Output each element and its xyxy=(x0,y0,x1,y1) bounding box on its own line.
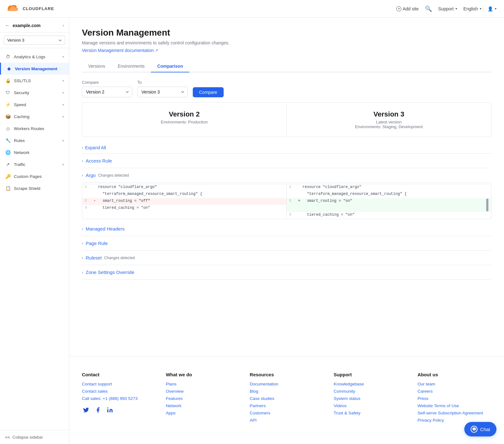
footer-about-title: About us xyxy=(418,372,491,377)
compare-button[interactable]: Compare xyxy=(193,87,224,97)
ruleset-label: Ruleset xyxy=(86,255,102,260)
sidebar-item-scrape-shield[interactable]: 📋 Scrape Shield xyxy=(0,182,69,194)
user-chevron-icon: ▾ xyxy=(495,7,496,10)
footer-link-system-status[interactable]: System status xyxy=(334,396,407,401)
footer-link-customers[interactable]: Customers xyxy=(250,411,324,415)
sidebar-item-network[interactable]: 🌐 Network xyxy=(0,146,69,158)
footer-link-trust-safety[interactable]: Trust & Safety xyxy=(334,411,407,415)
diff-line: 1 resource "cloudflare_argo" xyxy=(287,184,491,191)
sidebar-item-custom-pages[interactable]: 🔑 Custom Pages xyxy=(0,170,69,182)
forward-arrow-icon[interactable]: › xyxy=(63,23,64,28)
sidebar-item-caching[interactable]: 📦 Caching ▾ xyxy=(0,111,69,122)
workers-icon: ◇ xyxy=(5,126,11,131)
section-zone-settings[interactable]: › Zone Settings Override xyxy=(82,265,491,280)
version-select[interactable]: Version 3 Version 2 Version 1 xyxy=(4,36,65,45)
footer-link-case-studies[interactable]: Case studies xyxy=(250,396,324,401)
page-subtitle: Manage versions and environments to safe… xyxy=(82,40,491,45)
sidebar-label-network: Network xyxy=(14,150,30,155)
collapse-sidebar-button[interactable]: «« Collapse sidebar xyxy=(0,430,69,444)
footer-link-call-sales[interactable]: Call sales: +1 (888) 993 5273 xyxy=(82,396,156,401)
footer-link-features[interactable]: Features xyxy=(166,396,239,401)
footer-link-videos[interactable]: Videos xyxy=(334,403,407,408)
language-button[interactable]: English ▾ xyxy=(463,6,481,11)
footer-link-community[interactable]: Community xyxy=(334,389,407,394)
add-site-button[interactable]: + Add site xyxy=(396,6,419,11)
security-icon: 🛡 xyxy=(5,90,11,95)
content-area: Version Management Manage versions and e… xyxy=(69,18,504,356)
footer-contact: Contact Contact support Contact sales Ca… xyxy=(82,372,156,425)
footer-link-careers[interactable]: Careers xyxy=(418,389,491,394)
tab-environments[interactable]: Environments xyxy=(112,60,151,72)
section-argo[interactable]: › Argo Changes detected xyxy=(82,168,491,183)
social-row xyxy=(82,406,156,414)
diff-line: 3 tiered_caching = "on" xyxy=(82,205,286,212)
footer-link-knowledgebase[interactable]: Knowledgebase xyxy=(334,382,407,386)
footer-link-partners[interactable]: Partners xyxy=(250,403,324,408)
ruleset-changes-badge: Changes detected xyxy=(104,256,135,260)
sidebar-item-rules[interactable]: 🔧 Rules ▾ xyxy=(0,134,69,146)
footer-link-blog[interactable]: Blog xyxy=(250,389,324,394)
compare-from-select[interactable]: Version 2 Version 1 Version 3 xyxy=(82,87,132,97)
tab-versions[interactable]: Versions xyxy=(82,60,112,72)
top-nav-right: + Add site 🔍 Support ▾ English ▾ 👤 ▾ xyxy=(396,5,496,12)
footer-link-network[interactable]: Network xyxy=(166,403,239,408)
section-managed-headers[interactable]: › Managed Headers xyxy=(82,222,491,236)
collapse-icon: «« xyxy=(5,435,10,440)
diff-line: "terraform_managed_resource_smart_routin… xyxy=(287,191,491,198)
compare-to-select[interactable]: Version 3 Version 1 Version 2 xyxy=(137,87,188,97)
sidebar-item-workers-routes[interactable]: ◇ Workers Routes xyxy=(0,122,69,134)
sidebar-item-version-management[interactable]: ◈ Version Management xyxy=(0,63,69,75)
zone-settings-label: Zone Settings Override xyxy=(86,270,134,275)
traffic-chevron-icon: ▾ xyxy=(62,163,64,166)
speed-chevron-icon: ▾ xyxy=(62,103,64,106)
support-button[interactable]: Support ▾ xyxy=(438,6,457,11)
footer-support-title: Support xyxy=(334,372,407,377)
user-menu-button[interactable]: 👤 ▾ xyxy=(488,6,496,11)
footer-link-press[interactable]: Press xyxy=(418,396,491,401)
twitter-icon[interactable] xyxy=(82,406,90,414)
sidebar-item-ssl-tls[interactable]: 🔒 SSL/TLS ▾ xyxy=(0,75,69,87)
footer-link-contact-sales[interactable]: Contact sales xyxy=(82,389,156,394)
footer-link-apps[interactable]: Apps xyxy=(166,411,239,415)
facebook-icon[interactable] xyxy=(94,406,102,414)
diff-line-added: 2 + smart_routing = "on" xyxy=(287,198,491,212)
sidebar-item-analytics-logs[interactable]: ⏱ Analytics & Logs ▾ xyxy=(0,51,69,63)
logo[interactable]: CLOUDFLARE xyxy=(8,4,54,13)
search-icon[interactable]: 🔍 xyxy=(425,5,432,12)
version-left-sub: Environments: Production xyxy=(87,120,281,124)
section-ruleset[interactable]: › Ruleset Changes detected xyxy=(82,251,491,265)
diff-line: 1 resource "cloudflare_argo" xyxy=(82,184,286,191)
doc-link[interactable]: Version Management documentation ↗ xyxy=(82,48,158,53)
sidebar-item-speed[interactable]: ⚡ Speed ▾ xyxy=(0,99,69,111)
chat-button[interactable]: 💬 Chat xyxy=(464,422,496,436)
main-content: Version Management Manage versions and e… xyxy=(69,18,504,444)
footer-link-overview[interactable]: Overview xyxy=(166,389,239,394)
sidebar-label-caching: Caching xyxy=(14,114,30,119)
footer-link-our-team[interactable]: Our team xyxy=(418,382,491,386)
tab-comparison[interactable]: Comparison xyxy=(151,60,189,72)
analytics-chevron-icon: ▾ xyxy=(62,55,64,59)
footer-link-plans[interactable]: Plans xyxy=(166,382,239,386)
expand-all-row[interactable]: › Expand All xyxy=(82,142,491,154)
footer-about: About us Our team Careers Press Website … xyxy=(418,372,491,425)
footer-link-docs[interactable]: Documentation xyxy=(250,382,324,386)
footer-link-contact-support[interactable]: Contact support xyxy=(82,382,156,386)
footer-link-api[interactable]: API xyxy=(250,418,324,423)
page-rule-label: Page Rule xyxy=(86,241,108,246)
back-arrow-icon[interactable]: ← xyxy=(5,23,10,28)
sidebar-item-traffic[interactable]: ↗ Traffic ▾ xyxy=(0,158,69,170)
sidebar-label-ssl: SSL/TLS xyxy=(14,78,31,83)
linkedin-icon[interactable] xyxy=(106,406,114,414)
sidebar-item-security[interactable]: 🛡 Security ▾ xyxy=(0,87,69,99)
user-icon: 👤 xyxy=(488,6,493,11)
version-right-sub2: Environments: Staging, Development xyxy=(292,124,486,129)
expand-all-label: Expand All xyxy=(85,145,106,150)
diff-marker xyxy=(486,199,489,211)
ruleset-chevron-icon: › xyxy=(82,256,83,260)
section-access-rule[interactable]: › Access Rule xyxy=(82,154,491,168)
footer-link-terms[interactable]: Website Terms of Use xyxy=(418,403,491,408)
footer-link-self-serve[interactable]: Self-serve Subscription Agreement xyxy=(418,411,491,415)
footer-contact-title: Contact xyxy=(82,372,156,377)
page-title: Version Management xyxy=(82,28,491,38)
section-page-rule[interactable]: › Page Rule xyxy=(82,236,491,251)
